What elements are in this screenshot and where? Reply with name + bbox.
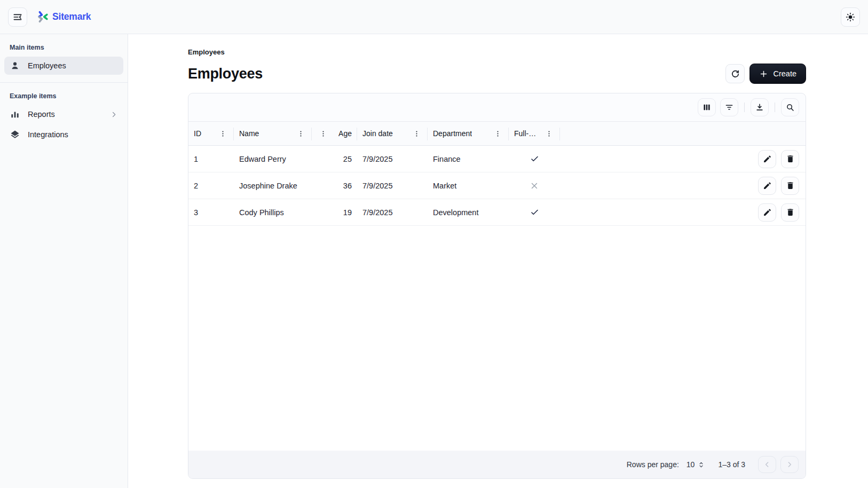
layers-icon	[10, 129, 20, 140]
kebab-icon	[413, 130, 421, 138]
sidebar-item-label: Employees	[28, 61, 66, 70]
cell-name: Edward Perry	[234, 146, 312, 172]
column-header-name[interactable]: Name	[234, 122, 312, 145]
pencil-icon	[763, 181, 772, 190]
refresh-icon	[730, 69, 740, 79]
search-button[interactable]	[781, 98, 799, 116]
menu-collapse-icon	[12, 12, 23, 22]
breadcrumb: Employees	[188, 48, 806, 56]
search-icon	[785, 103, 795, 112]
column-menu-button[interactable]	[295, 128, 306, 139]
table-row[interactable]: 2 Josephine Drake 36 7/9/2025 Market	[188, 172, 806, 199]
table-row[interactable]: 1 Edward Perry 25 7/9/2025 Finance	[188, 146, 806, 172]
person-icon	[10, 60, 20, 71]
sun-icon	[845, 12, 856, 22]
column-header-label: Join date	[362, 129, 393, 138]
theme-toggle-button[interactable]	[841, 7, 860, 27]
table-row[interactable]: 3 Cody Phillips 19 7/9/2025 Development	[188, 199, 806, 226]
filter-icon	[724, 103, 734, 112]
column-header-label: Name	[239, 129, 259, 138]
column-header-id[interactable]: ID	[188, 122, 234, 145]
trash-icon	[786, 154, 795, 163]
sidebar-collapse-button[interactable]	[8, 7, 27, 27]
body-row: Main items Employees Example items	[0, 34, 868, 488]
cell-join-date: 7/9/2025	[357, 172, 428, 199]
rows-per-page: Rows per page: 10	[627, 460, 706, 469]
sidebar: Main items Employees Example items	[0, 34, 128, 488]
main-content: Employees Employees Create	[128, 34, 868, 488]
cell-name: Josephine Drake	[234, 172, 312, 199]
edit-row-button[interactable]	[758, 150, 776, 168]
data-grid-card: ID Name A	[188, 93, 806, 479]
refresh-button[interactable]	[725, 64, 745, 83]
cell-actions	[560, 146, 806, 172]
cross-icon	[530, 181, 539, 191]
toolbar-divider	[775, 103, 775, 112]
plus-icon	[759, 69, 768, 78]
sidebar-item-label: Reports	[28, 110, 55, 119]
column-header-full-time[interactable]: Full-…	[509, 122, 560, 145]
chevron-left-icon	[763, 460, 771, 469]
topbar: Sitemark	[0, 0, 868, 34]
chevron-right-icon	[785, 460, 794, 469]
pagination-range: 1–3 of 3	[718, 460, 745, 469]
columns-button[interactable]	[698, 98, 716, 116]
cell-full-time	[509, 172, 560, 199]
delete-row-button[interactable]	[781, 203, 799, 222]
page-title: Employees	[188, 66, 263, 82]
cell-name: Cody Phillips	[234, 199, 312, 225]
column-header-age[interactable]: Age	[312, 122, 357, 145]
filter-button[interactable]	[720, 98, 738, 116]
next-page-button[interactable]	[780, 456, 799, 473]
cell-age: 36	[312, 172, 357, 199]
sitemark-logo-icon	[35, 10, 49, 23]
column-header-label: Age	[338, 129, 352, 138]
sidebar-item-integrations[interactable]: Integrations	[4, 125, 123, 144]
sidebar-section-example: Example items Reports	[4, 90, 123, 144]
rows-per-page-select[interactable]: 10	[686, 460, 706, 469]
toolbar-divider	[744, 103, 745, 112]
column-header-label: Full-…	[514, 129, 536, 138]
logo[interactable]: Sitemark	[35, 10, 91, 23]
cell-join-date: 7/9/2025	[357, 146, 428, 172]
sidebar-item-reports[interactable]: Reports	[4, 105, 123, 123]
grid-toolbar	[188, 93, 806, 121]
cell-id: 2	[188, 172, 234, 199]
column-menu-button[interactable]	[492, 128, 503, 139]
column-menu-button[interactable]	[317, 128, 329, 139]
column-menu-button[interactable]	[543, 128, 555, 139]
grid-empty-area	[188, 226, 806, 451]
sidebar-item-employees[interactable]: Employees	[4, 57, 123, 75]
kebab-icon	[319, 130, 327, 138]
sidebar-section-label: Main items	[4, 42, 123, 57]
column-header-join-date[interactable]: Join date	[357, 122, 428, 145]
cell-id: 1	[188, 146, 234, 172]
column-menu-button[interactable]	[411, 128, 422, 139]
download-icon	[755, 103, 764, 112]
cell-id: 3	[188, 199, 234, 225]
pagination-buttons	[758, 456, 799, 473]
title-actions: Create	[725, 64, 806, 84]
column-header-actions	[560, 122, 806, 145]
create-button[interactable]: Create	[749, 64, 806, 84]
kebab-icon	[494, 130, 502, 138]
previous-page-button[interactable]	[758, 456, 776, 473]
kebab-icon	[219, 130, 227, 138]
cell-full-time	[509, 199, 560, 225]
edit-row-button[interactable]	[758, 177, 776, 195]
cell-age: 25	[312, 146, 357, 172]
pencil-icon	[763, 208, 772, 217]
delete-row-button[interactable]	[781, 177, 799, 195]
cell-department: Development	[428, 199, 509, 225]
column-menu-button[interactable]	[217, 128, 228, 139]
delete-row-button[interactable]	[781, 150, 799, 168]
app-root: Sitemark Main items Employees	[0, 0, 868, 488]
grid-header-row: ID Name A	[188, 121, 806, 146]
edit-row-button[interactable]	[758, 203, 776, 222]
column-header-department[interactable]: Department	[428, 122, 509, 145]
column-header-label: ID	[194, 129, 201, 138]
kebab-icon	[545, 130, 553, 138]
pencil-icon	[763, 154, 772, 163]
trash-icon	[786, 181, 795, 190]
export-button[interactable]	[751, 98, 769, 116]
